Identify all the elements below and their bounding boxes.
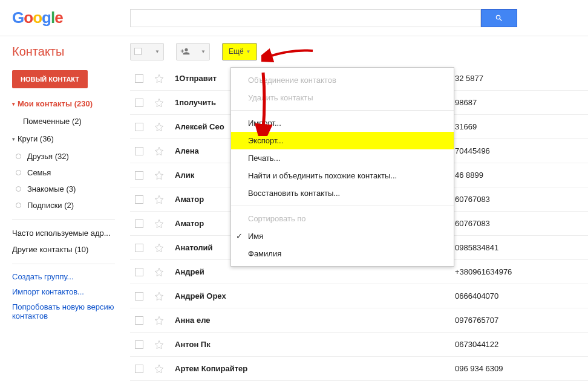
toolbar-row: Контакты ▼ ▼ Ещё ▼ [0, 36, 588, 67]
nav-item-frequent[interactable]: Часто используемые адр... [12, 225, 130, 241]
star-icon[interactable] [154, 122, 164, 132]
dd-export[interactable]: Экспорт... [231, 132, 454, 149]
check-icon: ✓ [236, 232, 243, 241]
contact-name: Анна еле [175, 316, 455, 325]
row-checkbox[interactable] [135, 316, 143, 325]
label: Семья [27, 168, 51, 177]
contact-row[interactable]: Артем Копирайтер096 934 6309 [130, 357, 588, 381]
dd-delete-contacts: Удалить контакты [231, 89, 454, 106]
nav-item-circle[interactable]: Семья [12, 164, 130, 181]
nav-item-circle[interactable]: Подписки (2) [12, 197, 130, 213]
row-checkbox[interactable] [135, 171, 143, 180]
label: Подписки (2) [27, 201, 74, 210]
sidebar-link[interactable]: Импорт контактов... [12, 284, 130, 299]
dd-find-merge[interactable]: Найти и объединить похожие контакты... [231, 167, 454, 184]
row-checkbox[interactable] [135, 268, 143, 276]
row-checkbox[interactable] [135, 74, 143, 83]
contact-phone: 70445496 [455, 146, 588, 155]
contact-name: Антон Пк [175, 340, 455, 349]
nav-item-circle[interactable]: Друзья (32) [12, 148, 130, 164]
chevron-down-icon: ▼ [246, 49, 251, 54]
more-button[interactable]: Ещё ▼ [222, 43, 257, 60]
star-icon[interactable] [154, 195, 164, 204]
row-checkbox[interactable] [135, 147, 143, 155]
checkbox-icon [134, 48, 142, 55]
dd-print[interactable]: Печать... [231, 149, 454, 167]
star-icon[interactable] [154, 340, 164, 349]
nav-item-circle[interactable]: Знакомые (3) [12, 181, 130, 197]
separator [12, 264, 115, 264]
contact-phone: 98687 [455, 98, 588, 107]
chevron-down-icon: ▼ [201, 49, 206, 54]
dd-import[interactable]: Импорт... [231, 114, 454, 132]
contact-phone: +380961634976 [455, 267, 588, 276]
nav-header-circles[interactable]: Круги (36) [12, 134, 130, 143]
google-logo[interactable]: Google [12, 8, 70, 27]
row-checkbox[interactable] [135, 123, 143, 131]
row-checkbox[interactable] [135, 244, 143, 252]
label: Друзья (32) [27, 152, 69, 161]
row-checkbox[interactable] [135, 292, 143, 301]
contact-phone: 0985834841 [455, 243, 588, 252]
row-checkbox[interactable] [135, 99, 143, 107]
star-icon[interactable] [154, 98, 164, 108]
contact-row[interactable]: Андрей Орех0666404070 [130, 284, 588, 308]
star-icon[interactable] [154, 219, 164, 229]
star-icon[interactable] [154, 291, 164, 301]
nav-group-my-contacts: Мои контакты (230) Помеченные (2) [12, 99, 130, 129]
contact-phone: 0666404070 [455, 291, 588, 301]
contact-phone: 0976765707 [455, 316, 588, 325]
dd-merge-contacts: Объединение контактов [231, 71, 454, 89]
nav-header-my-contacts[interactable]: Мои контакты (230) [12, 99, 130, 108]
app-title: Контакты [12, 45, 130, 59]
row-checkbox[interactable] [135, 195, 143, 204]
more-label: Ещё [229, 47, 244, 56]
row-checkbox[interactable] [135, 340, 143, 349]
sidebar-link[interactable]: Создать группу... [12, 269, 130, 284]
circle-icon [16, 170, 21, 175]
contact-phone: 46 8899 [455, 171, 588, 180]
sidebar-link[interactable]: Попробовать новую версию контактов [12, 299, 130, 323]
star-icon[interactable] [154, 243, 164, 253]
header: Google [0, 0, 588, 36]
label: Знакомые (3) [27, 184, 76, 193]
star-icon[interactable] [154, 146, 164, 156]
add-to-contacts-button[interactable]: ▼ [176, 43, 210, 60]
star-icon[interactable] [154, 316, 164, 325]
dd-restore[interactable]: Восстановить контакты... [231, 184, 454, 202]
search-bar [130, 9, 517, 27]
contact-phone: 0673044122 [455, 340, 588, 349]
contact-phone: 32 5877 [455, 74, 588, 83]
separator [231, 110, 454, 111]
chevron-down-icon: ▼ [155, 49, 160, 54]
new-contact-button[interactable]: НОВЫЙ КОНТАКТ [12, 70, 88, 88]
nav-item-starred[interactable]: Помеченные (2) [12, 113, 130, 129]
star-icon[interactable] [154, 171, 164, 180]
star-icon[interactable] [154, 364, 164, 374]
circle-icon [16, 186, 21, 192]
nav-group-circles: Круги (36) Друзья (32)СемьяЗнакомые (3)П… [12, 134, 130, 213]
search-icon [495, 14, 503, 22]
row-checkbox[interactable] [135, 365, 143, 373]
search-button[interactable] [481, 9, 517, 27]
contact-row[interactable]: Анна еле0976765707 [130, 308, 588, 333]
select-all-button[interactable]: ▼ [130, 43, 164, 60]
dd-sort-lastname[interactable]: Фамилия [231, 245, 454, 262]
contact-row[interactable]: Антон Пк0673044122 [130, 333, 588, 357]
circle-icon [16, 154, 21, 159]
separator [12, 219, 115, 220]
person-add-icon [180, 47, 190, 56]
contact-phone: 096 934 6309 [455, 364, 588, 373]
row-checkbox[interactable] [135, 219, 143, 228]
dd-sort-by: Сортировать по [231, 210, 454, 227]
contact-name: Артем Копирайтер [175, 364, 455, 373]
star-icon[interactable] [154, 267, 164, 277]
toolbar: ▼ ▼ Ещё ▼ [130, 43, 257, 60]
dd-sort-firstname[interactable]: ✓ Имя [231, 227, 454, 245]
star-icon[interactable] [154, 74, 164, 83]
nav-item-other[interactable]: Другие контакты (10) [12, 241, 130, 258]
circle-icon [16, 203, 21, 208]
contact-name: Андрей Орех [175, 291, 455, 301]
contact-phone: 60767083 [455, 219, 588, 228]
search-input[interactable] [130, 9, 481, 27]
